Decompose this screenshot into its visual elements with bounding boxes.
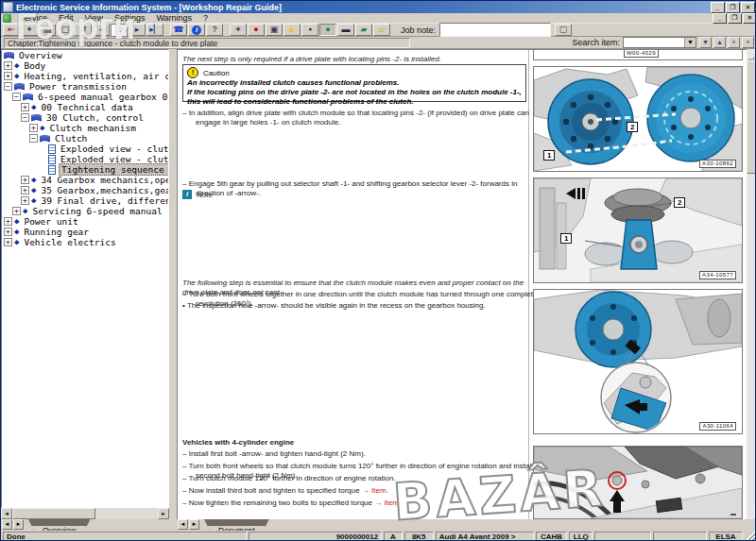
- book-icon: [23, 93, 33, 101]
- collapse-icon[interactable]: −: [21, 113, 29, 122]
- tab-scroll-right-icon[interactable]: ►: [189, 519, 199, 530]
- menu-settings[interactable]: Settings: [109, 13, 151, 23]
- exit-button[interactable]: ⇤: [3, 24, 20, 36]
- figure-first-bolt[interactable]: [533, 446, 743, 519]
- expand-icon[interactable]: +: [4, 217, 12, 226]
- stop-icon: ●: [253, 25, 258, 35]
- combo-dropdown-icon[interactable]: ▼: [684, 38, 696, 47]
- figure-partial[interactable]: W00-4029: [533, 50, 743, 60]
- expand-icon[interactable]: +: [21, 103, 29, 111]
- tree-item-6-speed-manual-gearbox-0b1-fr[interactable]: −6-speed manual gearbox 0B1, fr: [2, 92, 168, 102]
- tree-item-overview[interactable]: Overview: [2, 50, 168, 60]
- expand-icon[interactable]: +: [29, 124, 38, 132]
- minimize-button[interactable]: _: [711, 2, 725, 13]
- history-button[interactable]: ↺: [75, 24, 92, 36]
- close-button[interactable]: ✕: [741, 2, 755, 13]
- expand-icon[interactable]: +: [4, 61, 12, 70]
- jump-back-button[interactable]: «: [728, 37, 740, 48]
- collapse-icon[interactable]: −: [29, 134, 38, 143]
- figure-selector-shaft[interactable]: 1 2 A34-10577: [533, 178, 743, 283]
- tree-item-vehicle-electrics[interactable]: +◆Vehicle electrics: [2, 237, 168, 247]
- tree-item-tightening-sequence-cl[interactable]: Tightening sequence - cl: [2, 164, 168, 175]
- search-item-combo[interactable]: ▼: [623, 37, 696, 48]
- pane-splitter[interactable]: [169, 49, 177, 519]
- menu-warnings[interactable]: Warnings: [150, 13, 198, 23]
- tree-item-servicing-6-speed-manual-gearb[interactable]: +◆Servicing 6-speed manual gearb: [2, 206, 168, 216]
- tree-item-clutch-mechanism[interactable]: +◆Clutch mechanism: [2, 123, 168, 133]
- tree-item-body[interactable]: +◆Body: [2, 60, 168, 71]
- mdi-close-button[interactable]: ✕: [743, 13, 756, 24]
- first-page-button[interactable]: ◂: [93, 24, 110, 36]
- jump-forward-button[interactable]: »: [742, 37, 754, 48]
- car-button[interactable]: ▬: [337, 24, 354, 36]
- tree-item-running-gear[interactable]: +◆Running gear: [2, 227, 168, 237]
- mdi-restore-button[interactable]: ❐: [728, 13, 742, 24]
- tree-item-39-final-drive-differential[interactable]: +◆39 Final drive, differential: [2, 195, 168, 206]
- scrollbar-thumb[interactable]: [12, 508, 95, 519]
- help-button[interactable]: ?: [206, 24, 223, 36]
- service-net-button[interactable]: ✦: [21, 24, 38, 36]
- tree-item-30-clutch-control[interactable]: −30 Clutch, control: [2, 112, 168, 123]
- manual-button[interactable]: ▰: [355, 24, 372, 36]
- figure-inspection-hole[interactable]: A30-11064: [533, 289, 743, 434]
- status-cell-audi-a4-avant-2009-: Audi A4 Avant 2009 >: [436, 532, 534, 541]
- next-page-button[interactable]: ▸: [129, 24, 146, 36]
- expand-icon[interactable]: +: [4, 72, 12, 80]
- document-vertical-scrollbar[interactable]: ▲ ▼: [747, 49, 756, 519]
- wiring-button[interactable]: ●: [319, 24, 336, 36]
- tab-scroll-left-icon[interactable]: ◄: [178, 519, 188, 530]
- expand-icon[interactable]: +: [21, 176, 29, 184]
- collapse-icon[interactable]: −: [12, 93, 21, 101]
- scrollbar-thumb[interactable]: [747, 60, 756, 174]
- stop-button[interactable]: ●: [248, 24, 265, 36]
- job-note-open-button[interactable]: ▢: [555, 24, 572, 36]
- collapse-icon[interactable]: −: [4, 82, 12, 91]
- job-note-input[interactable]: [439, 23, 551, 37]
- battery-button[interactable]: ▪: [301, 24, 318, 36]
- menu-view[interactable]: View: [79, 13, 109, 23]
- find-next-button[interactable]: ▼: [699, 37, 712, 48]
- section-icon: ◆: [14, 72, 19, 80]
- warning-button[interactable]: ▲: [284, 24, 301, 36]
- menu-[interactable]: ?: [198, 13, 214, 23]
- hotline-button[interactable]: ☎: [170, 24, 187, 36]
- page-number-field[interactable]: 1: [111, 24, 128, 37]
- notepad-button[interactable]: ▱: [373, 24, 390, 36]
- scroll-right-icon[interactable]: ►: [158, 508, 169, 519]
- info-button[interactable]: i: [188, 24, 205, 36]
- expand-icon[interactable]: +: [12, 207, 21, 215]
- menu-service[interactable]: Service: [13, 13, 53, 23]
- tab-scroll-left-icon[interactable]: ◄: [2, 519, 12, 530]
- mdi-minimize-button[interactable]: _: [713, 13, 727, 24]
- item-link[interactable]: → Item.: [374, 499, 401, 507]
- caution-box: ! Caution An incorrectly installed clutc…: [182, 64, 526, 102]
- expand-icon[interactable]: +: [4, 238, 12, 246]
- tree-item-exploded-view-clutch-me[interactable]: Exploded view - clutch me: [2, 144, 168, 154]
- scroll-left-icon[interactable]: ◄: [1, 508, 12, 519]
- note-icon: i: [182, 190, 192, 199]
- tree-horizontal-scrollbar[interactable]: ◄ ►: [1, 508, 169, 519]
- item-link[interactable]: → Item.: [362, 486, 388, 495]
- document-button[interactable]: ▢: [57, 24, 74, 36]
- image-button[interactable]: ▣: [266, 24, 283, 36]
- tree-item-power-unit[interactable]: +◆Power unit: [2, 216, 168, 227]
- figure-clutch-drive-plate[interactable]: 1 2 A30-10862: [533, 66, 743, 172]
- expand-icon[interactable]: +: [4, 228, 12, 236]
- tree-item-34-gearbox-mechanics-operati[interactable]: +◆34 Gearbox mechanics,operati: [2, 175, 168, 185]
- menu-edit[interactable]: Edit: [53, 13, 79, 23]
- maximize-button[interactable]: ❐: [726, 2, 740, 13]
- expand-icon[interactable]: +: [21, 196, 29, 205]
- tree-item-clutch[interactable]: −Clutch: [2, 133, 168, 144]
- resize-grip[interactable]: [745, 532, 755, 541]
- tree-item-power-transmission[interactable]: −Power transmission: [2, 81, 168, 92]
- tree-item-heating-ventilation-air-condit[interactable]: +◆Heating, ventilation, air condit: [2, 71, 168, 81]
- status-cell-done: Done: [3, 532, 247, 541]
- tree-item-35-gearbox-mechanics-gears-s[interactable]: +◆35 Gearbox,mechanics,gears,s: [2, 185, 168, 195]
- last-page-button[interactable]: ▸▏: [146, 24, 163, 36]
- find-prev-button[interactable]: ▲: [713, 37, 726, 48]
- print-button[interactable]: ▤: [39, 24, 56, 36]
- expand-icon[interactable]: +: [21, 186, 29, 194]
- tree-item-00-technical-data[interactable]: +◆00 Technical data: [2, 102, 168, 112]
- tools-button[interactable]: ✶: [230, 24, 247, 36]
- tab-scroll-right-icon[interactable]: ►: [13, 519, 24, 530]
